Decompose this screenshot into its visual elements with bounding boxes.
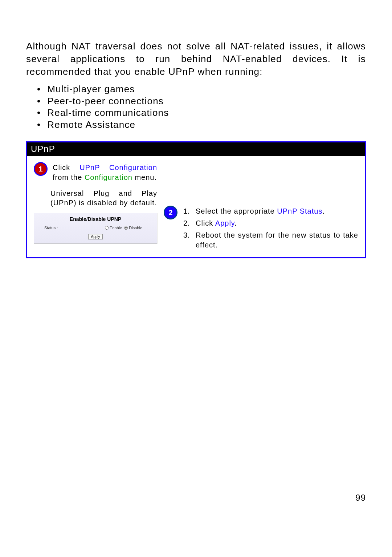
panel-right-column: 2 1. Select the appropriate UPnP Status.… <box>164 163 358 255</box>
content-area: Although NAT traversal does not solve al… <box>26 40 366 130</box>
li-post: . <box>234 219 237 227</box>
step-1-mid: from the <box>53 173 85 181</box>
intro-paragraph: Although NAT traversal does not solve al… <box>26 40 366 78</box>
step-1-paragraph: Universal Plug and Play (UPnP) is disabl… <box>50 189 157 208</box>
step-1-badge: 1 <box>34 162 48 176</box>
bullet-item: Real-time communications <box>37 107 366 119</box>
page: Although NAT traversal does not solve al… <box>0 0 392 557</box>
step-1-text: Click UPnP Configuration from the Config… <box>53 163 157 182</box>
page-number: 99 <box>355 493 366 503</box>
list-number: 1. <box>183 206 196 216</box>
step-1-link: UPnP Configuration <box>79 164 157 171</box>
li-pre: Reboot the system for the new status to … <box>196 231 358 249</box>
step-2-badge: 2 <box>164 206 177 219</box>
step-2-row: 2 1. Select the appropriate UPnP Status.… <box>164 206 358 252</box>
list-number: 3. <box>183 230 196 250</box>
step-2-item: 2. Click Apply. <box>183 218 358 228</box>
list-text: Click Apply. <box>196 218 358 228</box>
li-pre: Select the appropriate <box>196 207 277 215</box>
disable-radio-label: Disable <box>129 226 142 230</box>
apply-button[interactable]: Apply <box>88 234 102 239</box>
list-number: 2. <box>183 218 196 228</box>
step-1-post: menu. <box>132 173 157 181</box>
li-link: Apply <box>215 219 235 227</box>
li-post: . <box>322 207 325 215</box>
upnp-widget-title: Enable/Disable UPNP <box>34 213 157 226</box>
radio-icon <box>105 226 109 230</box>
status-label: Status : <box>44 226 58 230</box>
step-2-item: 1. Select the appropriate UPnP Status. <box>183 206 358 216</box>
step-1-row: 1 Click UPnP Configuration from the Conf… <box>34 163 157 182</box>
li-pre: Click <box>196 219 215 227</box>
panel-left-column: 1 Click UPnP Configuration from the Conf… <box>34 163 157 255</box>
panel-body: 1 Click UPnP Configuration from the Conf… <box>27 156 365 257</box>
upnp-widget: Enable/Disable UPNP Status : Enable Disa… <box>34 213 157 243</box>
enable-radio[interactable]: Enable <box>105 226 122 230</box>
list-text: Select the appropriate UPnP Status. <box>196 206 358 216</box>
bullet-item: Remote Assistance <box>37 119 366 131</box>
step-1-menu: Configuration <box>85 173 132 181</box>
apply-row: Apply <box>34 233 157 243</box>
enable-radio-label: Enable <box>110 226 122 230</box>
step-2-list: 1. Select the appropriate UPnP Status. 2… <box>183 206 358 252</box>
list-text: Reboot the system for the new status to … <box>196 230 358 250</box>
bullet-item: Multi-player games <box>37 83 366 95</box>
radio-icon <box>124 226 128 230</box>
panel-title: UPnP <box>27 142 365 156</box>
step-1-pre: Click <box>53 164 79 171</box>
bullet-item: Peer-to-peer connections <box>37 95 366 107</box>
disable-radio[interactable]: Disable <box>124 226 142 230</box>
bullet-list: Multi-player games Peer-to-peer connecti… <box>37 83 366 130</box>
li-link: UPnP Status <box>277 207 322 215</box>
instruction-panel: UPnP 1 Click UPnP Configuration from the… <box>26 141 366 258</box>
step-2-item: 3. Reboot the system for the new status … <box>183 230 358 250</box>
upnp-status-row: Status : Enable Disable <box>34 226 157 233</box>
